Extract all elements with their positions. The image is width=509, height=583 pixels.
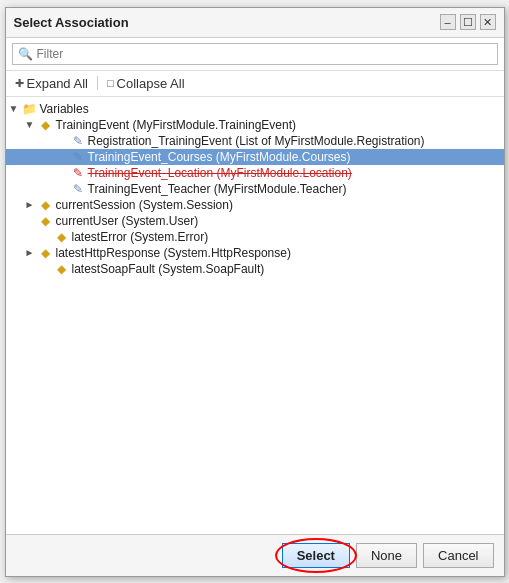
- tree-area: ▼ 📁 Variables ▼ ◆ TrainingEvent (MyFirst…: [6, 97, 504, 534]
- node-label-latestSoapFault: latestSoapFault (System.SoapFault): [72, 262, 265, 276]
- node-label-trainingEvent: TrainingEvent (MyFirstModule.TrainingEve…: [56, 118, 297, 132]
- search-wrapper: 🔍: [12, 43, 498, 65]
- node-label-currentSession: currentSession (System.Session): [56, 198, 233, 212]
- pencil-icon-location: ✎: [70, 166, 86, 180]
- pencil-icon-registration: ✎: [70, 134, 86, 148]
- expander-latestHttpResponse[interactable]: ►: [22, 247, 38, 258]
- tag-icon-currentSession: ◆: [38, 198, 54, 212]
- window-title: Select Association: [14, 15, 129, 30]
- tree-node-currentUser[interactable]: ◆ currentUser (System.User): [6, 213, 504, 229]
- tree-node-teacher[interactable]: ✎ TrainingEvent_Teacher (MyFirstModule.T…: [6, 181, 504, 197]
- folder-icon-variables: 📁: [22, 102, 38, 116]
- node-label-registration: Registration_TrainingEvent (List of MyFi…: [88, 134, 425, 148]
- expander-variables[interactable]: ▼: [6, 103, 22, 114]
- tree-node-latestError[interactable]: ◆ latestError (System.Error): [6, 229, 504, 245]
- node-label-variables: Variables: [40, 102, 89, 116]
- cancel-button[interactable]: Cancel: [423, 543, 493, 568]
- expander-currentSession[interactable]: ►: [22, 199, 38, 210]
- collapse-all-icon: □: [107, 77, 114, 89]
- tag-icon-trainingEvent: ◆: [38, 118, 54, 132]
- select-association-window: Select Association – ☐ ✕ 🔍 ✚ Expand All …: [5, 7, 505, 577]
- toolbar: ✚ Expand All □ Collapse All: [6, 71, 504, 97]
- tree-node-trainingEvent[interactable]: ▼ ◆ TrainingEvent (MyFirstModule.Trainin…: [6, 117, 504, 133]
- search-bar: 🔍: [6, 38, 504, 71]
- tree-node-location[interactable]: ✎ TrainingEvent_Location (MyFirstModule.…: [6, 165, 504, 181]
- close-button[interactable]: ✕: [480, 14, 496, 30]
- none-button[interactable]: None: [356, 543, 417, 568]
- window-controls: – ☐ ✕: [440, 14, 496, 30]
- tree-node-registration[interactable]: ✎ Registration_TrainingEvent (List of My…: [6, 133, 504, 149]
- collapse-all-button[interactable]: □ Collapse All: [104, 75, 188, 92]
- tree-node-latestHttpResponse[interactable]: ► ◆ latestHttpResponse (System.HttpRespo…: [6, 245, 504, 261]
- expand-all-label: Expand All: [27, 76, 88, 91]
- collapse-all-label: Collapse All: [117, 76, 185, 91]
- expand-all-button[interactable]: ✚ Expand All: [12, 75, 91, 92]
- search-icon: 🔍: [18, 47, 33, 61]
- toolbar-separator: [97, 76, 98, 90]
- node-label-teacher: TrainingEvent_Teacher (MyFirstModule.Tea…: [88, 182, 347, 196]
- filter-input[interactable]: [37, 47, 492, 61]
- tree-node-variables[interactable]: ▼ 📁 Variables: [6, 101, 504, 117]
- title-bar: Select Association – ☐ ✕: [6, 8, 504, 38]
- tree-node-currentSession[interactable]: ► ◆ currentSession (System.Session): [6, 197, 504, 213]
- node-label-latestError: latestError (System.Error): [72, 230, 209, 244]
- pencil-icon-courses: ✎: [70, 150, 86, 164]
- node-label-location: TrainingEvent_Location (MyFirstModule.Lo…: [88, 166, 352, 180]
- node-label-latestHttpResponse: latestHttpResponse (System.HttpResponse): [56, 246, 291, 260]
- tag-icon-currentUser: ◆: [38, 214, 54, 228]
- tree-node-courses[interactable]: ✎ TrainingEvent_Courses (MyFirstModule.C…: [6, 149, 504, 165]
- pencil-icon-teacher: ✎: [70, 182, 86, 196]
- node-label-currentUser: currentUser (System.User): [56, 214, 199, 228]
- expander-trainingEvent[interactable]: ▼: [22, 119, 38, 130]
- footer: Select None Cancel: [6, 534, 504, 576]
- tree-node-latestSoapFault[interactable]: ◆ latestSoapFault (System.SoapFault): [6, 261, 504, 277]
- restore-button[interactable]: ☐: [460, 14, 476, 30]
- select-button[interactable]: Select: [282, 543, 350, 568]
- tag-icon-latestHttpResponse: ◆: [38, 246, 54, 260]
- minimize-button[interactable]: –: [440, 14, 456, 30]
- node-label-courses: TrainingEvent_Courses (MyFirstModule.Cou…: [88, 150, 351, 164]
- tag-icon-latestSoapFault: ◆: [54, 262, 70, 276]
- tag-icon-latestError: ◆: [54, 230, 70, 244]
- expand-all-icon: ✚: [15, 77, 24, 90]
